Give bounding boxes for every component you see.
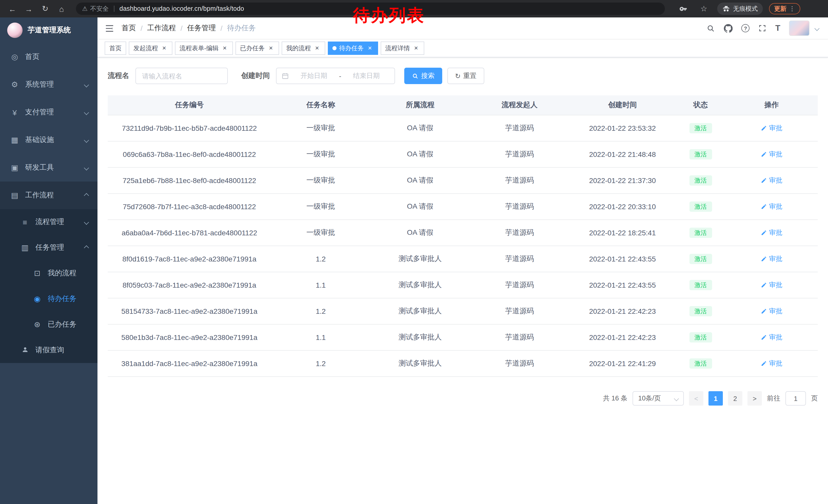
sidebar-item-leave-query[interactable]: 请假查询 (0, 337, 97, 363)
process-cell: OA 请假 (370, 220, 470, 246)
view-tab[interactable]: 流程表单-编辑 × (175, 42, 233, 55)
sidebar-item-done-tasks[interactable]: ⊛ 已办任务 (0, 312, 97, 337)
col-task-id: 任务编号 (108, 95, 271, 115)
task-id-cell: 8f0d1619-7ac8-11ec-a9e2-a2380e71991a (108, 246, 271, 272)
sidebar-item-todo-tasks[interactable]: ◉ 待办任务 (0, 286, 97, 312)
github-icon[interactable] (724, 24, 733, 33)
active-dot-icon (332, 46, 336, 50)
table-row: 8f059c03-7ac8-11ec-a9e2-a2380e71991a 1.1… (108, 272, 818, 298)
page-button-2[interactable]: 2 (728, 391, 742, 406)
sidebar-item-devtools[interactable]: ▣ 研发工具 (0, 154, 97, 182)
close-icon[interactable]: × (412, 45, 420, 52)
view-tab[interactable]: 流程详情 × (381, 42, 424, 55)
hamburger-icon[interactable] (105, 23, 114, 33)
date-range-picker[interactable]: 开始日期 - 结束日期 (276, 68, 395, 84)
page-button-1[interactable]: 1 (708, 391, 723, 406)
breadcrumb-workflow[interactable]: 工作流程 (147, 24, 176, 33)
done-icon: ⊛ (33, 320, 42, 329)
url-text[interactable]: dashboard.yudao.iocoder.cn/bpm/task/todo (120, 5, 244, 12)
edit-icon (761, 125, 767, 131)
table-row: 8f0d1619-7ac8-11ec-a9e2-a2380e71991a 1.2… (108, 246, 818, 272)
sidebar-item-workflow[interactable]: ▤ 工作流程 (0, 182, 97, 209)
approve-link[interactable]: 审批 (761, 150, 782, 159)
fullscreen-icon[interactable] (758, 24, 767, 32)
task-name-cell: 1.2 (271, 246, 371, 272)
close-icon[interactable]: × (221, 45, 228, 52)
search-button[interactable]: 搜索 (404, 68, 442, 84)
view-tab[interactable]: 已办任务 × (236, 42, 279, 55)
close-icon[interactable]: × (267, 45, 275, 52)
approve-link[interactable]: 审批 (761, 202, 782, 211)
reset-icon: ↻ (455, 72, 461, 80)
goto-page-input[interactable] (785, 391, 806, 406)
sidebar-item-payment[interactable]: ¥ 支付管理 (0, 98, 97, 126)
task-name-cell: 一级审批 (271, 168, 371, 193)
status-cell: 激活 (676, 272, 726, 298)
breadcrumb-home[interactable]: 首页 (122, 24, 136, 33)
forward-icon[interactable]: → (22, 2, 36, 16)
created-cell: 2022-01-22 21:48:48 (569, 141, 676, 168)
table-row: a6aba0a4-7b6d-11ec-b781-acde48001122 一级审… (108, 220, 818, 246)
sidebar-item-system[interactable]: ⚙ 系统管理 (0, 71, 97, 98)
chevron-down-icon (84, 110, 89, 115)
sidebar-item-task-mgmt[interactable]: ▥ 任务管理 (0, 235, 97, 261)
edit-icon (761, 177, 767, 184)
close-icon[interactable]: × (161, 45, 168, 52)
close-icon[interactable]: × (366, 45, 373, 52)
key-icon[interactable] (676, 2, 691, 16)
view-tab[interactable]: 待办任务 × (328, 42, 378, 55)
approve-link[interactable]: 审批 (761, 333, 782, 342)
start-date-placeholder: 开始日期 (291, 71, 337, 81)
task-id-cell: 580e1b3d-7ac8-11ec-a9e2-a2380e71991a (108, 324, 271, 351)
approve-link[interactable]: 审批 (761, 307, 782, 316)
refresh-icon[interactable]: ↻ (38, 2, 52, 16)
approve-link[interactable]: 审批 (761, 124, 782, 133)
kebab-menu-icon[interactable]: ⋮ (789, 5, 795, 12)
status-cell: 激活 (676, 351, 726, 377)
created-cell: 2022-01-21 22:42:23 (569, 324, 676, 351)
view-tab[interactable]: 我的流程 × (282, 42, 325, 55)
view-tab[interactable]: 发起流程 × (129, 42, 172, 55)
task-name-cell: 一级审批 (271, 141, 371, 168)
page-size-select[interactable]: 10条/页 (632, 391, 684, 406)
table-row: 73211d9d-7b9b-11ec-b5b7-acde48001122 一级审… (108, 115, 818, 141)
approve-link[interactable]: 审批 (761, 228, 782, 237)
status-badge: 激活 (689, 228, 712, 238)
bookmark-star-icon[interactable]: ☆ (697, 2, 711, 16)
app-logo[interactable]: 芋道管理系统 (0, 17, 97, 43)
approve-link[interactable]: 审批 (761, 176, 782, 185)
status-cell: 激活 (676, 298, 726, 324)
task-name-cell: 一级审批 (271, 115, 371, 141)
breadcrumb-task-mgmt[interactable]: 任务管理 (187, 24, 216, 33)
close-icon[interactable]: × (314, 45, 321, 52)
sidebar-item-my-process[interactable]: ⊡ 我的流程 (0, 261, 97, 286)
process-name-input[interactable] (135, 68, 228, 84)
approve-link[interactable]: 审批 (761, 280, 782, 290)
approve-link[interactable]: 审批 (761, 254, 782, 264)
sidebar-item-home[interactable]: ◎ 首页 (0, 43, 97, 71)
user-avatar[interactable] (789, 20, 810, 36)
caret-down-icon[interactable] (815, 26, 820, 31)
security-warning[interactable]: ⚠ 不安全 (82, 4, 109, 13)
created-cell: 2022-01-22 18:25:41 (569, 220, 676, 246)
browser-update-button[interactable]: 更新 ⋮ (769, 3, 800, 14)
font-size-icon[interactable]: T (775, 24, 780, 33)
prev-page-button[interactable]: < (689, 391, 703, 406)
back-icon[interactable]: ← (5, 2, 19, 16)
table-row: 75d72608-7b7f-11ec-a3c8-acde48001122 一级审… (108, 193, 818, 220)
view-tab[interactable]: 首页 (105, 42, 126, 55)
status-cell: 激活 (676, 324, 726, 351)
warning-icon: ⚠ (82, 5, 88, 12)
sidebar-item-infrastructure[interactable]: ▦ 基础设施 (0, 126, 97, 154)
sidebar-item-process-mgmt[interactable]: ≡ 流程管理 (0, 209, 97, 235)
calendar-icon (282, 72, 289, 80)
search-icon[interactable] (706, 24, 715, 33)
next-page-button[interactable]: > (747, 391, 762, 406)
help-icon[interactable]: ? (741, 24, 749, 32)
task-id-cell: 8f059c03-7ac8-11ec-a9e2-a2380e71991a (108, 272, 271, 298)
initiator-cell: 芋道源码 (470, 168, 570, 193)
action-cell: 审批 (726, 141, 818, 168)
reset-button[interactable]: ↻ 重置 (447, 68, 484, 84)
home-icon[interactable]: ⌂ (54, 2, 69, 16)
approve-link[interactable]: 审批 (761, 359, 782, 368)
